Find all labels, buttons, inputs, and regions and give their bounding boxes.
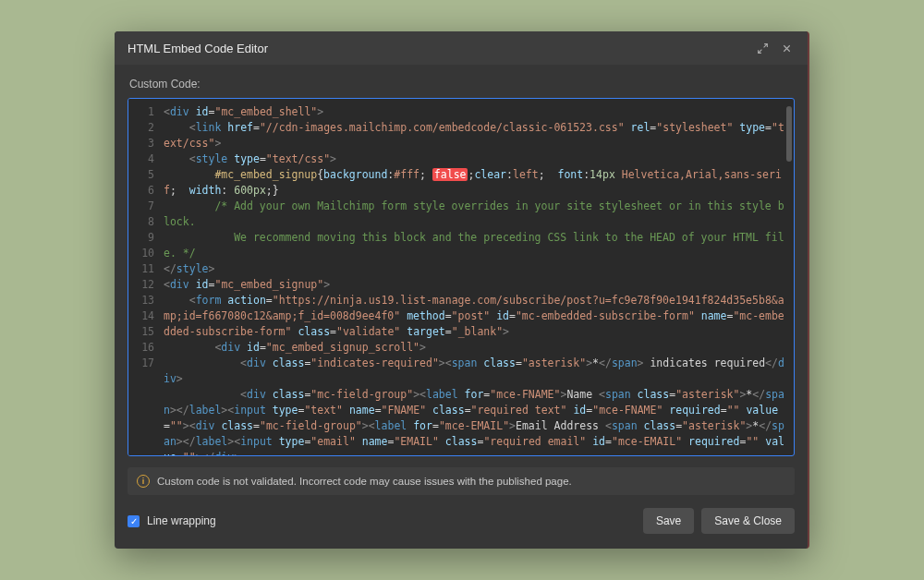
code-editor[interactable]: 1 2 3 4 5 6 7 8 9 10 11 12 13 14 15 16 1… bbox=[128, 98, 795, 456]
checkbox-icon: ✓ bbox=[128, 515, 140, 527]
line-wrapping-checkbox[interactable]: ✓ Line wrapping bbox=[128, 514, 216, 527]
scrollbar[interactable] bbox=[786, 106, 792, 162]
field-label: Custom Code: bbox=[115, 65, 808, 98]
modal-header: HTML Embed Code Editor bbox=[115, 31, 808, 65]
info-icon: i bbox=[137, 475, 150, 488]
code-textarea[interactable]: <div id="mc_embed_shell"> <link href="//… bbox=[162, 99, 794, 455]
modal-title: HTML Embed Code Editor bbox=[128, 42, 750, 55]
note-text: Custom code is not validated. Incorrect … bbox=[157, 476, 572, 487]
code-editor-modal: HTML Embed Code Editor Custom Code: 1 2 … bbox=[115, 31, 809, 549]
close-icon[interactable] bbox=[774, 36, 798, 60]
checkbox-label: Line wrapping bbox=[147, 514, 216, 527]
expand-icon[interactable] bbox=[750, 36, 774, 60]
save-button[interactable]: Save bbox=[643, 508, 694, 534]
save-close-button[interactable]: Save & Close bbox=[701, 508, 795, 534]
modal-footer: ✓ Line wrapping Save Save & Close bbox=[115, 495, 808, 549]
validation-note: i Custom code is not validated. Incorrec… bbox=[128, 467, 795, 495]
line-gutter: 1 2 3 4 5 6 7 8 9 10 11 12 13 14 15 16 1… bbox=[128, 99, 162, 455]
